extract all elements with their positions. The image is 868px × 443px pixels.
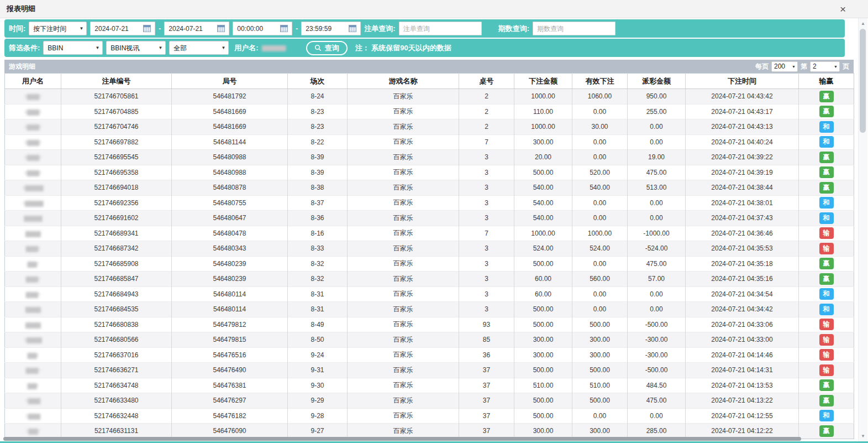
cell-payout: -500.00 bbox=[628, 363, 686, 378]
cell-payout: 475.00 bbox=[628, 165, 686, 180]
table-row: ███75217466347485464763819-30百家乐37510.00… bbox=[5, 378, 854, 393]
vertical-scrollbar-thumb[interactable] bbox=[860, 29, 866, 133]
cell-session: 8-39 bbox=[288, 150, 348, 165]
section-bar: 游戏明细 每页 200 ▼ 第 2 ▼ 页 bbox=[4, 60, 854, 73]
page-select[interactable]: 2 bbox=[810, 61, 840, 72]
cell-bet-id: 521746687342 bbox=[61, 241, 172, 257]
cell-session: 8-24 bbox=[288, 89, 348, 105]
cell-result: 赢 bbox=[799, 378, 854, 393]
bet-query-input[interactable] bbox=[399, 22, 482, 35]
cell-game-name: 百家乐 bbox=[348, 332, 459, 348]
range-separator: - bbox=[159, 25, 161, 33]
cell-round-id: 546481792 bbox=[172, 89, 288, 105]
table-row: h██████5217466923565464807558-37百家乐3540.… bbox=[5, 195, 854, 211]
cell-result: 赢 bbox=[799, 393, 854, 409]
cell-username: h███7 bbox=[5, 424, 61, 439]
close-icon[interactable]: × bbox=[840, 4, 846, 14]
result-badge: 和 bbox=[819, 197, 834, 209]
search-button[interactable]: 查询 bbox=[306, 41, 348, 55]
result-badge: 输 bbox=[819, 227, 834, 239]
column-header: 用户名 bbox=[5, 74, 61, 89]
cell-bet-amount: 500.00 bbox=[514, 408, 572, 424]
cell-round-id: 546480239 bbox=[172, 272, 288, 287]
cell-username: h████7 bbox=[5, 150, 61, 165]
cell-result: 和 bbox=[799, 119, 854, 135]
cell-payout: 475.00 bbox=[628, 256, 686, 272]
cell-result: 赢 bbox=[799, 424, 854, 439]
game-type-select-wrap: BBIN视讯 ▼ bbox=[106, 41, 166, 55]
time-from-input[interactable] bbox=[237, 25, 278, 33]
table-row: ████75217466849435464801148-31百家乐360.000… bbox=[5, 286, 854, 302]
cell-bet-amount: 524.00 bbox=[514, 241, 572, 257]
cell-payout: 484.50 bbox=[628, 378, 686, 393]
time-type-select-wrap: 按下注时间 ▼ bbox=[29, 22, 87, 35]
game-type-select[interactable]: BBIN视讯 bbox=[106, 41, 166, 55]
masked-username: h████ bbox=[26, 414, 40, 419]
time-to-input[interactable] bbox=[306, 25, 346, 33]
calendar-icon[interactable] bbox=[143, 25, 151, 32]
retention-note: 注： 系统保留90天以内的数据 bbox=[355, 43, 451, 53]
horizontal-scrollbar-thumb[interactable] bbox=[3, 437, 801, 441]
cell-bet-time: 2024-07-21 04:40:24 bbox=[686, 134, 799, 150]
cell-result: 赢 bbox=[799, 89, 854, 105]
cell-username: ███7 bbox=[5, 256, 61, 272]
cell-table-no: 7 bbox=[459, 226, 514, 241]
cell-session: 9-28 bbox=[288, 408, 348, 424]
masked-username: h███7 bbox=[26, 429, 39, 434]
cell-table-no: 93 bbox=[459, 317, 514, 332]
cell-game-name: 百家乐 bbox=[348, 241, 459, 257]
cell-payout: 255.00 bbox=[628, 104, 686, 119]
cell-bet-id: 521746632448 bbox=[61, 408, 172, 424]
cell-bet-time: 2024-07-21 04:39:19 bbox=[686, 165, 799, 180]
date-to-input[interactable] bbox=[169, 25, 215, 33]
section-title: 游戏明细 bbox=[9, 62, 35, 71]
cell-game-name: 百家乐 bbox=[348, 180, 459, 196]
cell-payout: 950.00 bbox=[628, 89, 686, 105]
cell-username: h████7 bbox=[5, 134, 61, 150]
masked-username: h████7 bbox=[25, 94, 41, 100]
cell-bet-time: 2024-07-21 04:35:53 bbox=[686, 241, 799, 257]
cell-table-no: 3 bbox=[459, 256, 514, 272]
cell-bet-id: 521746689341 bbox=[61, 226, 172, 241]
cell-result: 和 bbox=[799, 408, 854, 424]
cell-bet-id: 521746685847 bbox=[61, 272, 172, 287]
cell-table-no: 37 bbox=[459, 378, 514, 393]
cell-valid-bet: 510.00 bbox=[572, 378, 628, 393]
cell-username: h████7 bbox=[5, 165, 61, 180]
cell-game-name: 百家乐 bbox=[348, 89, 459, 105]
scroll-down-icon[interactable]: ▼ bbox=[859, 432, 867, 441]
calendar-icon[interactable] bbox=[217, 25, 225, 32]
result-badge: 输 bbox=[819, 319, 834, 330]
masked-username: h████7 bbox=[25, 140, 41, 145]
cell-result: 赢 bbox=[799, 272, 854, 287]
date-from-input[interactable] bbox=[94, 25, 141, 33]
cell-session: 8-50 bbox=[288, 332, 348, 348]
scroll-up-icon[interactable]: ▲ bbox=[859, 19, 867, 28]
report-table: 用户名注单编号局号场次游戏名称桌号下注金额有效下注派彩金额下注时间输赢 h███… bbox=[4, 73, 854, 439]
column-header: 场次 bbox=[288, 74, 348, 89]
cell-bet-id: 521746694018 bbox=[61, 180, 172, 196]
calendar-icon[interactable] bbox=[280, 25, 288, 32]
cell-bet-time: 2024-07-21 04:43:13 bbox=[686, 119, 799, 135]
result-badge: 赢 bbox=[819, 425, 834, 437]
cell-payout: 0.00 bbox=[628, 119, 686, 135]
column-header: 下注金额 bbox=[514, 74, 572, 89]
cell-round-id: 546480755 bbox=[172, 195, 288, 211]
filter-panel-conditions: 筛选条件: BBIN ▼ BBIN视讯 ▼ 全部 ▼ 用户名: ████████… bbox=[4, 39, 845, 57]
cell-bet-id: 521746691602 bbox=[61, 211, 172, 226]
result-badge: 赢 bbox=[819, 182, 834, 194]
cell-session: 8-49 bbox=[288, 317, 348, 332]
period-query-input[interactable] bbox=[533, 22, 616, 35]
cell-result: 和 bbox=[799, 195, 854, 211]
scope-select[interactable]: 全部 bbox=[169, 41, 229, 55]
cell-game-name: 百家乐 bbox=[348, 317, 459, 332]
per-page-select[interactable]: 200 bbox=[771, 61, 798, 72]
vertical-scrollbar[interactable]: ▲ ▼ bbox=[858, 18, 867, 443]
masked-username: h████7 bbox=[25, 110, 41, 115]
time-type-select[interactable]: 按下注时间 bbox=[29, 22, 87, 35]
cell-username: █████ bbox=[5, 317, 61, 332]
calendar-icon[interactable] bbox=[349, 25, 356, 32]
cell-round-id: 546480988 bbox=[172, 150, 288, 165]
vendor-select[interactable]: BBIN bbox=[43, 41, 103, 55]
cell-username: h█████ bbox=[5, 332, 61, 348]
